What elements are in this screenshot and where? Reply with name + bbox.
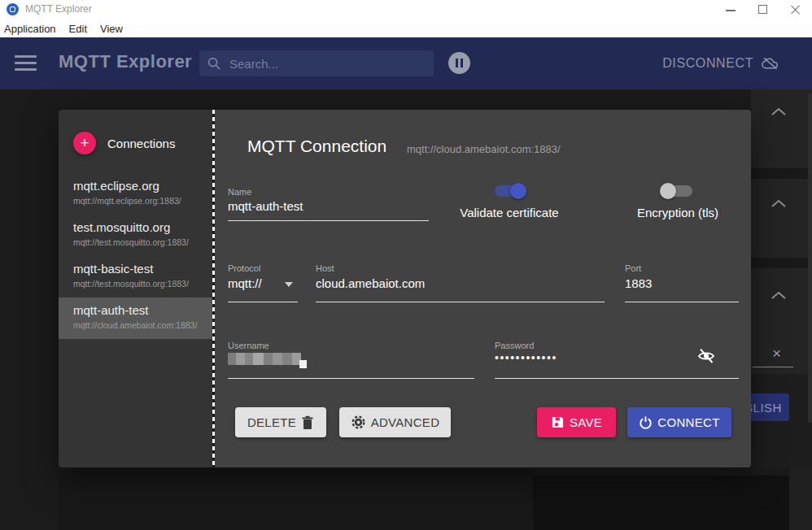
app-title: MQTT Explorer	[59, 51, 192, 72]
gear-icon	[351, 415, 366, 430]
scrollbar[interactable]	[808, 93, 812, 423]
username-underline	[228, 378, 474, 379]
port-label: Port	[625, 263, 641, 273]
menu-bar: Application Edit View	[0, 20, 812, 37]
toggle-password-visibility-button[interactable]	[696, 346, 716, 368]
validate-certificate-toggle-knob[interactable]	[510, 183, 526, 199]
protocol-label: Protocol	[228, 263, 260, 273]
name-label: Name	[228, 187, 251, 197]
password-input[interactable]: ••••••••••••	[495, 351, 557, 364]
connections-list: mqtt.eclipse.org mqtt://mqtt.eclipse.org…	[59, 173, 212, 339]
dialog-subtitle: mqtt://cloud.amebaiot.com:1883/	[407, 143, 561, 155]
trash-icon	[301, 415, 314, 430]
delete-button[interactable]: DELETE	[235, 407, 326, 437]
connection-item[interactable]: mqtt-basic-test mqtt://test.mosquitto.or…	[59, 256, 212, 298]
background-panel-value	[751, 268, 812, 374]
window-title: MQTT Explorer	[25, 3, 92, 15]
eye-off-icon	[696, 346, 716, 366]
connections-sidebar: + Connections mqtt.eclipse.org mqtt://mq…	[59, 110, 212, 467]
name-input[interactable]: mqtt-auth-test	[228, 199, 303, 213]
port-underline	[625, 302, 739, 302]
password-underline	[495, 378, 739, 379]
app-logo-icon	[7, 3, 19, 15]
maximize-button[interactable]	[747, 0, 779, 20]
hamburger-menu-icon[interactable]	[15, 55, 37, 72]
background-bottom-right	[789, 467, 812, 530]
search-box[interactable]	[199, 50, 434, 76]
name-underline	[228, 220, 429, 221]
dialog-title: MQTT Connection	[247, 137, 386, 156]
background-bottom-area	[59, 469, 533, 530]
menu-edit[interactable]: Edit	[69, 23, 87, 35]
connection-item[interactable]: test.mosquitto.org mqtt://test.mosquitto…	[59, 215, 212, 256]
encryption-label: Encryption (tls)	[588, 206, 767, 219]
power-icon	[639, 415, 653, 429]
username-redaction-block	[299, 360, 307, 368]
connection-item-selected[interactable]: mqtt-auth-test mqtt://cloud.amebaiot.com…	[59, 298, 212, 339]
disconnect-button[interactable]: DISCONNECT	[662, 37, 779, 89]
connection-form: MQTT Connection mqtt://cloud.amebaiot.co…	[215, 110, 751, 467]
host-underline	[316, 302, 605, 302]
add-connection-button[interactable]: +	[73, 132, 96, 154]
host-input[interactable]: cloud.amebaiot.com	[316, 276, 425, 290]
menu-application[interactable]: Application	[4, 23, 56, 35]
encryption-toggle-knob[interactable]	[660, 183, 676, 199]
background-bottom-panel	[533, 476, 789, 530]
protocol-underline	[228, 302, 298, 302]
username-input-redacted[interactable]	[228, 353, 301, 365]
save-button[interactable]: SAVE	[537, 407, 616, 437]
close-button[interactable]	[779, 0, 812, 20]
search-icon	[207, 57, 221, 71]
pause-button[interactable]	[448, 52, 470, 74]
connections-header: Connections	[107, 137, 175, 150]
protocol-select[interactable]: mqtt://	[228, 276, 262, 290]
host-label: Host	[316, 263, 334, 273]
chevron-up-icon[interactable]	[770, 106, 788, 116]
menu-view[interactable]: View	[100, 23, 123, 35]
connect-button[interactable]: CONNECT	[627, 407, 731, 437]
cloud-off-icon	[761, 56, 779, 71]
advanced-button[interactable]: ADVANCED	[339, 407, 451, 437]
os-titlebar: MQTT Explorer	[0, 0, 812, 20]
chevron-up-icon[interactable]	[770, 198, 788, 208]
password-label: Password	[495, 341, 534, 350]
chevron-up-icon[interactable]	[770, 290, 788, 300]
search-input[interactable]	[229, 57, 426, 71]
minimize-button[interactable]	[714, 0, 747, 20]
background-panel-top	[751, 89, 812, 168]
save-icon	[551, 415, 565, 429]
connection-settings-dialog: + Connections mqtt.eclipse.org mqtt://mq…	[59, 110, 751, 467]
validate-certificate-label: Validate certificate	[420, 206, 599, 219]
background-panel-gap	[751, 258, 812, 268]
username-label: Username	[228, 341, 269, 350]
app-header: MQTT Explorer DISCONNECT	[0, 37, 812, 89]
connection-item[interactable]: mqtt.eclipse.org mqtt://mqtt.eclipse.org…	[59, 173, 212, 215]
port-input[interactable]: 1883	[625, 276, 652, 290]
background-close-underline	[753, 367, 793, 367]
background-close-icon[interactable]: ×	[772, 345, 781, 363]
dropdown-caret-icon[interactable]	[285, 282, 293, 287]
disconnect-label: DISCONNECT	[662, 56, 753, 71]
background-panel-gap	[751, 168, 812, 179]
